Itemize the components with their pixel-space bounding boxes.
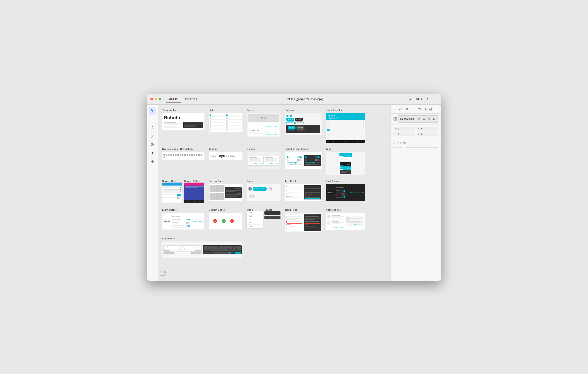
section-title-system-icons: System Icons - Navigation [162,148,204,150]
preview-grid: Single tile Two tiles [209,184,242,201]
rg-action-1[interactable]: ⊕ [417,117,421,121]
svg-rect-24 [425,108,426,110]
section-grid: Screen Gui... Single tile [209,180,242,203]
svg-point-7 [152,144,152,145]
right-panel: Repeat Grid ⊕ ⊟ ⊕ ⊟ W 0 [390,105,441,281]
section-notifications: Notifications [326,209,365,232]
x-pos-value: 0 [421,128,423,130]
preview-dark-theme: Settings Permissions [326,184,365,201]
width-label: W [395,128,397,130]
svg-line-6 [151,135,154,138]
section-chips: Chips Contact Name × Tag Label [247,180,281,203]
section-typography: Typography Roboto [162,109,204,143]
tool-select[interactable] [149,107,156,115]
repeat-grid-button[interactable]: Repeat Grid ⊕ ⊟ ⊕ ⊟ [398,115,439,123]
svg-rect-11 [151,162,152,163]
section-title-bottom-sheet: Bottom Sheet [209,209,242,211]
dimension-row-2: H 0 Y 0 [393,132,438,136]
y-pos-value: 0 [421,133,423,135]
opacity-icon [393,146,396,149]
preview-lists [209,113,242,132]
tool-rectangle[interactable] [149,116,156,123]
tab-design[interactable]: Design [166,96,181,103]
align-bottom-icon[interactable] [428,107,433,111]
close-button[interactable] [150,98,153,100]
height-field[interactable]: H 0 [393,132,415,136]
minimize-button[interactable] [155,98,157,100]
svg-marker-2 [427,98,428,100]
tool-ellipse[interactable] [149,124,156,132]
section-title-index-scroller: Index Scroller [326,109,365,111]
svg-line-1 [410,99,411,100]
svg-rect-8 [151,160,152,161]
tool-component[interactable] [149,158,156,165]
panel-top-icons [390,105,441,114]
maximize-button[interactable] [159,98,161,100]
align-top-icon[interactable] [417,107,422,111]
section-title-light-theme: Light Theme [162,209,204,211]
section-dialogs: Dialogs CANCEL OK [247,148,281,175]
align-center-icon[interactable] [399,107,403,111]
section-title-buttons: Buttons [285,109,322,111]
x-field[interactable]: X 0 [417,127,438,131]
preview-cards: Title here ACTION 1 ACTION 2 [247,113,281,137]
zoom-dropdown-icon[interactable]: ▾ [421,97,422,101]
tool-text[interactable] [149,150,156,157]
align-right-icon[interactable] [404,107,409,111]
section-title-dialogs: Dialogs [247,148,281,150]
section-title-toasts: Toasts [264,209,281,211]
section-title-tabs: Tabs [326,148,365,150]
svg-rect-26 [431,108,432,110]
canvas-area[interactable]: Typography Roboto [158,105,390,281]
section-title-dark-theme: Dark Theme [326,180,365,182]
section-title-text-fields: Text Fields [285,180,322,182]
share-button[interactable] [432,96,438,101]
tab-prototype[interactable]: Prototype [182,96,200,103]
section-system-icons: System Icons - Navigation [162,148,204,175]
svg-rect-10 [152,162,154,163]
svg-point-5 [151,126,154,129]
panel-dimensions: W 0 X 0 H 0 Y 0 [390,124,441,140]
rg-action-2[interactable]: ⊟ [422,117,426,121]
section-tooltip: Tooltip Anchor Tooltip [209,148,242,175]
align-middle-icon[interactable] [423,107,428,111]
distribute-icon[interactable] [410,107,414,111]
width-value: 0 [398,128,399,130]
tool-pen[interactable] [149,141,156,149]
section-tabs: Tabs Page title Tab two Tab three [326,148,365,175]
canvas-content: Typography Roboto [158,105,390,281]
y-field[interactable]: Y 0 [417,132,438,136]
section-cards: Cards Title here A [247,109,281,143]
svg-rect-28 [435,108,437,108]
distribute-v-icon[interactable] [434,107,439,111]
preview-keyboards [162,242,242,258]
opacity-slider[interactable] [406,147,438,148]
title-bar: Design Prototype Untitled (google-materi… [147,94,441,105]
search-icon [409,97,411,100]
preview-text-fields-2: Error text Error text [285,213,322,232]
svg-rect-12 [394,108,395,109]
section-title-grid: Screen Gui... [209,180,242,182]
left-toolbar [147,105,158,281]
align-left-icon[interactable] [393,107,398,111]
preview-tooltip: Anchor Tooltip [209,152,242,160]
rg-action-3[interactable]: ⊕ [427,117,431,121]
svg-rect-32 [394,119,395,120]
section-bottom-sheet: Bottom Sheet M ✓ [209,209,242,232]
section-title-cards: Cards [247,109,281,111]
play-button[interactable] [425,96,430,101]
height-value: 0 [398,133,399,135]
section-title-lists: Lists [209,109,242,111]
section-title-text-fields-2: Text Fields [285,209,322,211]
component-icon[interactable] [393,117,397,121]
svg-rect-33 [395,119,397,120]
zoom-control[interactable]: 19.3% ▾ [409,97,422,101]
svg-rect-22 [420,108,421,110]
height-label: H [395,133,397,135]
section-dark-theme: Dark Theme Settings Permissions [326,180,365,203]
svg-rect-13 [394,109,396,110]
svg-rect-15 [399,109,402,110]
width-field[interactable]: W 0 [393,127,415,131]
tool-line[interactable] [149,132,156,140]
rg-action-4[interactable]: ⊟ [432,117,436,121]
